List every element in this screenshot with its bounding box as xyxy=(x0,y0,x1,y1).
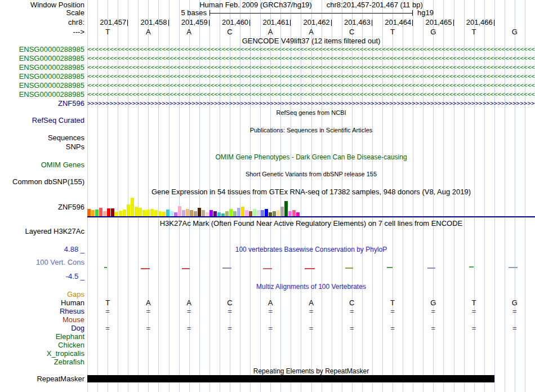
gtex-tissue-bar xyxy=(115,212,118,216)
base-cell: = xyxy=(87,308,128,315)
base-cell: G xyxy=(413,299,453,307)
conservation-min-value: -4.5 _ xyxy=(0,273,84,280)
track-label-h3k27ac[interactable]: Layered H3K27Ac xyxy=(0,228,84,235)
species-label[interactable]: Human xyxy=(0,299,84,307)
gtex-tissue-bar xyxy=(292,210,296,216)
track-label-sequences[interactable]: Sequences xyxy=(0,134,84,142)
gtex-tissue-bar xyxy=(127,204,130,216)
base-cell: = xyxy=(453,308,494,315)
track-title-h3k27ac[interactable]: H3K27Ac Mark (Often Found Near Active Re… xyxy=(87,220,535,228)
track-label-repeatmasker[interactable]: RepeatMasker xyxy=(0,375,84,383)
base-cell: A xyxy=(169,28,209,36)
gtex-tissue-bar xyxy=(217,212,221,216)
gene-arrows-left[interactable]: <<<<<<<<<<<<<<<<<<<<<<<<<<<<<<<<<<<<<<<<… xyxy=(87,64,535,72)
track-label-refseq[interactable]: RefSeq Curated xyxy=(0,117,84,124)
gtex-tissue-bar xyxy=(87,209,91,216)
base-cell: G xyxy=(494,299,535,307)
gtex-tissue-bar xyxy=(269,212,272,216)
conservation-max-value: 4.88 _ xyxy=(0,246,84,253)
base-cell: T xyxy=(453,299,494,307)
gtex-tissue-bar xyxy=(150,209,154,216)
gene-arrows-left[interactable]: <<<<<<<<<<<<<<<<<<<<<<<<<<<<<<<<<<<<<<<<… xyxy=(87,82,535,90)
gtex-bars[interactable] xyxy=(87,197,535,216)
species-label[interactable]: Chicken xyxy=(0,341,84,349)
base-cell: = xyxy=(332,324,372,332)
gtex-tissue-bar xyxy=(213,211,217,216)
base-cell: = xyxy=(494,324,535,332)
gene-item-label[interactable]: ENSG00000288985 xyxy=(0,46,84,54)
track-title-conservation[interactable]: 100 vertebrates Basewise Conservation by… xyxy=(87,246,535,253)
track-label-gtex[interactable]: ZNF596 xyxy=(0,203,84,211)
gene-arrows-left[interactable]: <<<<<<<<<<<<<<<<<<<<<<<<<<<<<<<<<<<<<<<<… xyxy=(87,55,535,63)
conservation-tick xyxy=(427,268,435,269)
track-label-conservation[interactable]: 100 Vert. Cons xyxy=(0,259,84,266)
gtex-tissue-bar xyxy=(209,210,213,216)
gene-item-label[interactable]: ENSG00000288985 xyxy=(0,91,84,99)
chromosome-label: chr8: xyxy=(0,19,84,26)
gene-item-label[interactable]: ENSG00000288985 xyxy=(0,73,84,81)
base-cell: = xyxy=(332,308,372,315)
track-label-omim[interactable]: OMIM Genes xyxy=(0,161,84,169)
track-title-gtex[interactable]: Gene Expression in 54 tissues from GTEx … xyxy=(87,188,535,196)
track-title-repeatmasker[interactable]: Repeating Elements by RepeatMasker xyxy=(87,367,535,375)
strand-direction-label: ---> xyxy=(0,28,84,36)
base-cell: G xyxy=(413,28,453,36)
gene-item-label[interactable]: ENSG00000288985 xyxy=(0,82,84,90)
conservation-tick xyxy=(182,268,190,269)
gtex-tissue-bar xyxy=(273,211,276,216)
gene-arrows-left[interactable]: <<<<<<<<<<<<<<<<<<<<<<<<<<<<<<<<<<<<<<<<… xyxy=(87,73,535,81)
gtex-tissue-bar xyxy=(135,207,138,216)
title-row: Human Feb. 2009 (GRCh37/hg19) chr8:201,4… xyxy=(87,1,535,9)
base-cell: A xyxy=(250,28,291,36)
coordinate-label: 201,463 xyxy=(344,19,372,26)
conservation-tick xyxy=(469,266,474,268)
gene-arrows-left[interactable]: <<<<<<<<<<<<<<<<<<<<<<<<<<<<<<<<<<<<<<<<… xyxy=(87,46,535,54)
track-title-refseq[interactable]: RefSeq genes from NCBI xyxy=(87,109,535,117)
track-title-multiz[interactable]: Multiz Alignments of 100 Vertebrates xyxy=(87,283,535,291)
track-label-snps[interactable]: SNPs xyxy=(0,143,84,151)
track-title-publications[interactable]: Publications: Sequences in Scientific Ar… xyxy=(87,126,535,134)
track-title-omim[interactable]: OMIM Gene Phenotypes - Dark Green Can Be… xyxy=(87,153,535,161)
coordinate-label: 201,461 xyxy=(262,19,291,26)
conservation-tick xyxy=(345,268,353,269)
species-label[interactable]: Elephant xyxy=(0,333,84,341)
base-cell: A xyxy=(128,28,168,36)
base-cell: = xyxy=(372,324,413,332)
base-cell: = xyxy=(169,324,209,332)
gtex-tissue-bar xyxy=(170,211,173,216)
gene-item-label[interactable]: ENSG00000288985 xyxy=(0,55,84,63)
gene-item-label[interactable]: ENSG00000288985 xyxy=(0,64,84,72)
track-label-dbsnp[interactable]: Common dbSNP(155) xyxy=(0,178,84,186)
gtex-tissue-bar xyxy=(206,212,209,216)
gtex-tissue-bar xyxy=(257,210,260,216)
gtex-tissue-bar xyxy=(123,210,126,216)
gtex-tissue-bar xyxy=(284,201,288,216)
gene-arrows-left[interactable]: <<<<<<<<<<<<<<<<<<<<<<<<<<<<<<<<<<<<<<<<… xyxy=(87,91,535,99)
base-cell: T xyxy=(372,299,413,307)
species-label[interactable]: Gaps xyxy=(0,291,84,299)
coordinate-label: 201,462 xyxy=(304,19,332,26)
conservation-tick xyxy=(305,268,315,269)
assembly-title: Human Feb. 2009 (GRCh37/hg19) xyxy=(199,1,311,9)
species-label[interactable]: X_tropicalis xyxy=(0,350,84,358)
conservation-tick xyxy=(141,268,150,269)
track-title-gencode[interactable]: GENCODE V49lift37 (12 items filtered out… xyxy=(87,37,535,45)
base-cell: = xyxy=(209,308,250,315)
gene-arrows-right[interactable]: >>>>>>>>>>>>>>>>>>>>>>>>>>>>>>>>>>>>>>>>… xyxy=(87,100,535,108)
gtex-tissue-bar xyxy=(225,211,229,216)
species-label[interactable]: Dog xyxy=(0,324,84,332)
base-cell: = xyxy=(453,324,494,332)
gtex-tissue-bar xyxy=(245,210,248,216)
track-title-dbsnp[interactable]: Short Genetic Variants from dbSNP releas… xyxy=(87,170,535,178)
base-cell: = xyxy=(413,324,453,332)
gtex-tissue-bar xyxy=(178,206,181,216)
repeatmasker-element[interactable] xyxy=(87,375,494,382)
species-label[interactable]: Rhesus xyxy=(0,308,84,315)
gtex-tissue-bar xyxy=(229,209,233,216)
species-label[interactable]: Mouse xyxy=(0,316,84,324)
species-label[interactable]: Zebrafish xyxy=(0,358,84,366)
gene-item-label[interactable]: ZNF596 xyxy=(0,100,84,108)
gtex-tissue-bar xyxy=(237,208,240,216)
gtex-tissue-bar xyxy=(241,207,244,216)
coordinate-label: 201,457 xyxy=(100,19,128,26)
